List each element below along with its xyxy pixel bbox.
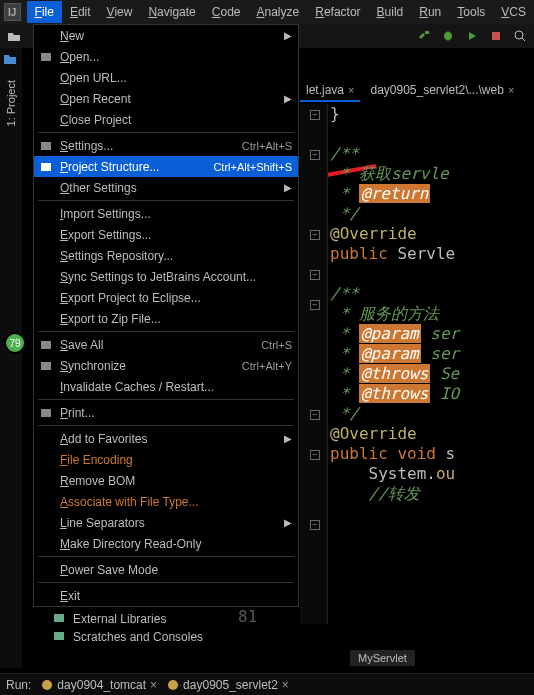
- menu-item-label: Sync Settings to JetBrains Account...: [60, 270, 292, 284]
- menubar-item-tools[interactable]: Tools: [449, 1, 493, 23]
- code-line: */: [330, 404, 459, 424]
- menu-item[interactable]: Save AllCtrl+S: [34, 334, 298, 355]
- menu-item-label: Line Separators: [60, 516, 292, 530]
- tree-item[interactable]: Scratches and Consoles: [33, 628, 233, 646]
- search-icon[interactable]: [512, 28, 528, 44]
- stop-icon[interactable]: [488, 28, 504, 44]
- menu-item[interactable]: Open Recent▶: [34, 88, 298, 109]
- code-line: /**: [330, 284, 459, 304]
- code-content[interactable]: } /** * 获取servle * @return */@Overridepu…: [330, 104, 459, 504]
- menu-item-label: Add to Favorites: [60, 432, 292, 446]
- menubar-item-build[interactable]: Build: [369, 1, 412, 23]
- breadcrumb-item[interactable]: MyServlet: [350, 650, 415, 666]
- code-line: * @param ser: [330, 324, 459, 344]
- tree-item[interactable]: External Libraries: [33, 610, 233, 628]
- notification-badge[interactable]: 79: [4, 332, 26, 354]
- fold-marker-icon[interactable]: −: [310, 450, 320, 460]
- fold-marker-icon[interactable]: −: [310, 300, 320, 310]
- menu-item-label: Open Recent: [60, 92, 292, 106]
- menu-item[interactable]: Open...: [34, 46, 298, 67]
- editor-tab[interactable]: let.java×: [300, 80, 360, 102]
- menu-item[interactable]: Settings Repository...: [34, 245, 298, 266]
- folder-icon[interactable]: [3, 52, 19, 68]
- code-line: * @throws IO: [330, 384, 459, 404]
- menu-separator: [38, 425, 294, 426]
- svg-line-6: [522, 38, 525, 41]
- fold-marker-icon[interactable]: −: [310, 150, 320, 160]
- menu-item[interactable]: Make Directory Read-Only: [34, 533, 298, 554]
- menubar-item-code[interactable]: Code: [204, 1, 249, 23]
- wrench-icon: [38, 138, 54, 154]
- editor-tab[interactable]: day0905_servlet2\...\web×: [364, 80, 520, 102]
- menu-item[interactable]: File Encoding: [34, 449, 298, 470]
- menu-separator: [38, 399, 294, 400]
- bug-icon[interactable]: [440, 28, 456, 44]
- menu-item[interactable]: SynchronizeCtrl+Alt+Y: [34, 355, 298, 376]
- fold-marker-icon[interactable]: −: [310, 110, 320, 120]
- fold-marker-icon[interactable]: −: [310, 230, 320, 240]
- menu-item-label: Import Settings...: [60, 207, 292, 221]
- menubar-item-refactor[interactable]: Refactor: [307, 1, 368, 23]
- menubar-item-vcs[interactable]: VCS: [493, 1, 534, 23]
- open-icon[interactable]: [6, 28, 22, 44]
- menubar-item-navigate[interactable]: Navigate: [140, 1, 203, 23]
- menu-item[interactable]: Import Settings...: [34, 203, 298, 224]
- menu-separator: [38, 200, 294, 201]
- menu-item[interactable]: Sync Settings to JetBrains Account...: [34, 266, 298, 287]
- svg-point-5: [515, 31, 523, 39]
- menu-item[interactable]: Invalidate Caches / Restart...: [34, 376, 298, 397]
- close-icon[interactable]: ×: [282, 678, 289, 692]
- sync-icon: [38, 358, 54, 374]
- menubar-item-edit[interactable]: Edit: [62, 1, 99, 23]
- run-tab-label: day0904_tomcat: [57, 678, 146, 692]
- run-label: Run:: [6, 678, 31, 692]
- run-icon[interactable]: [464, 28, 480, 44]
- close-icon[interactable]: ×: [348, 84, 354, 96]
- file-menu-dropdown: New▶Open...Open URL...Open Recent▶Close …: [33, 24, 299, 607]
- menubar-item-view[interactable]: View: [99, 1, 141, 23]
- menu-item[interactable]: Settings...Ctrl+Alt+S: [34, 135, 298, 156]
- svg-rect-8: [41, 142, 51, 150]
- svg-rect-7: [41, 53, 51, 61]
- svg-point-17: [168, 680, 178, 690]
- close-icon[interactable]: ×: [150, 678, 157, 692]
- menu-item[interactable]: Remove BOM: [34, 470, 298, 491]
- menu-item[interactable]: Export Settings...: [34, 224, 298, 245]
- menu-item[interactable]: Add to Favorites▶: [34, 428, 298, 449]
- menu-shortcut: Ctrl+Alt+S: [242, 140, 292, 152]
- fold-marker-icon[interactable]: −: [310, 270, 320, 280]
- menubar-item-run[interactable]: Run: [411, 1, 449, 23]
- fold-marker-icon[interactable]: −: [310, 410, 320, 420]
- menu-item-label: Remove BOM: [60, 474, 292, 488]
- hammer-icon[interactable]: [416, 28, 432, 44]
- menu-item[interactable]: Print...: [34, 402, 298, 423]
- menu-item[interactable]: Other Settings▶: [34, 177, 298, 198]
- code-line: public Servle: [330, 244, 459, 264]
- menu-item-label: Export Settings...: [60, 228, 292, 242]
- editor-gutter: − − − − − − − −: [300, 104, 328, 624]
- menu-item[interactable]: Power Save Mode: [34, 559, 298, 580]
- menu-item[interactable]: Close Project: [34, 109, 298, 130]
- menu-item[interactable]: Open URL...: [34, 67, 298, 88]
- menu-item[interactable]: Line Separators▶: [34, 512, 298, 533]
- menu-item[interactable]: Associate with File Type...: [34, 491, 298, 512]
- menu-item[interactable]: Exit: [34, 585, 298, 606]
- run-tab[interactable]: day0905_servlet2×: [167, 678, 289, 692]
- menubar-item-analyze[interactable]: Analyze: [249, 1, 308, 23]
- menu-item[interactable]: New▶: [34, 25, 298, 46]
- menu-separator: [38, 556, 294, 557]
- menu-item-label: Associate with File Type...: [60, 495, 292, 509]
- menu-item[interactable]: Export Project to Eclipse...: [34, 287, 298, 308]
- close-icon[interactable]: ×: [508, 84, 514, 96]
- chevron-right-icon: ▶: [284, 30, 292, 41]
- run-tab[interactable]: day0904_tomcat×: [41, 678, 157, 692]
- menu-item[interactable]: Export to Zip File...: [34, 308, 298, 329]
- menu-item-label: Export Project to Eclipse...: [60, 291, 292, 305]
- svg-point-16: [42, 680, 52, 690]
- menu-shortcut: Ctrl+Alt+Y: [242, 360, 292, 372]
- code-line: * 获取servle: [330, 164, 459, 184]
- menubar-item-file[interactable]: File: [27, 1, 62, 23]
- menu-item[interactable]: Project Structure...Ctrl+Alt+Shift+S: [34, 156, 298, 177]
- fold-marker-icon[interactable]: −: [310, 520, 320, 530]
- project-tool-label[interactable]: 1: Project: [5, 74, 17, 132]
